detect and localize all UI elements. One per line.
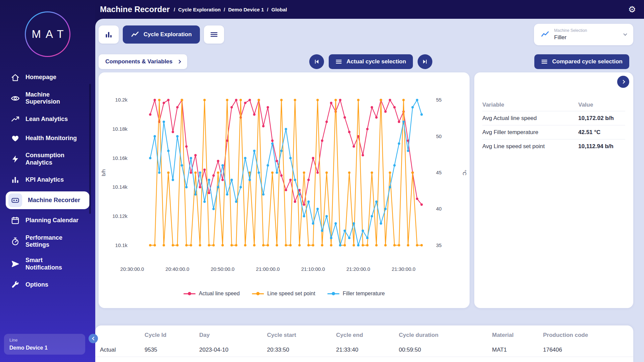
breadcrumb-item[interactable]: Demo Device 1 [228, 7, 264, 12]
next-cycle-button[interactable] [418, 54, 432, 69]
bar-chart-icon [104, 30, 113, 39]
svg-text:10.14k: 10.14k [112, 184, 128, 190]
bar-chart-icon [11, 175, 20, 184]
machine-selection-dropdown[interactable]: Machine Selection Filler [534, 24, 633, 45]
cycle-id: 9535 [145, 347, 199, 353]
bar-chart-view-button[interactable] [99, 25, 119, 44]
eye-icon [11, 94, 20, 103]
page-title: Machine Recorder [100, 5, 170, 14]
breadcrumb-item[interactable]: Global [271, 7, 287, 12]
column-header: Day [199, 332, 267, 339]
legend-item-filler-temperature[interactable]: Filler temperature [327, 291, 385, 297]
breadcrumb: / Cycle Exploration / Demo Device 1 / Gl… [174, 7, 287, 12]
sidebar-scrollbar[interactable] [89, 84, 91, 214]
svg-text:°C: °C [462, 170, 468, 176]
actual-cycle-selection-button[interactable]: Actual cycle selection [329, 54, 413, 69]
machine-selection-value: Filler [554, 34, 619, 41]
column-header: Cycle end [336, 332, 399, 339]
calendar-icon [11, 216, 20, 225]
sidebar-item-health-monitoring[interactable]: Health Monitoring [6, 130, 90, 146]
send-icon [11, 259, 20, 268]
svg-text:50: 50 [436, 133, 442, 139]
menu-view-button[interactable] [204, 25, 224, 44]
bolt-icon [11, 155, 20, 164]
svg-text:21:00:00.0: 21:00:00.0 [256, 266, 280, 272]
svg-text:10.16k: 10.16k [112, 155, 128, 161]
breadcrumb-separator: / [224, 7, 225, 12]
variables-panel: Variable Value Avg Actual line speed 10,… [474, 72, 633, 308]
heart-icon [11, 134, 20, 143]
svg-text:21:20:00.0: 21:20:00.0 [346, 266, 370, 272]
legend-item-actual-line-speed[interactable]: Actual line speed [183, 291, 240, 297]
column-header: Cycle Id [145, 332, 199, 339]
breadcrumb-separator: / [267, 7, 268, 12]
svg-text:10.1k: 10.1k [115, 242, 127, 248]
chevron-right-icon [621, 80, 625, 83]
svg-text:20:30:00.0: 20:30:00.0 [120, 266, 144, 272]
line-chart-icon [541, 30, 549, 39]
variables-table: Variable Value Avg Actual line speed 10,… [474, 99, 633, 154]
variable-value: 10,172.02 b/h [578, 115, 625, 122]
sidebar-nav: Homepage Machine Supervision Lean Analyt… [0, 68, 95, 293]
sidebar-item-consumption-analytics[interactable]: Consumption Analytics [6, 149, 90, 168]
sidebar-item-machine-recorder[interactable]: Machine Recorder [6, 191, 90, 209]
components-variables-button[interactable]: Components & Variables [99, 54, 187, 69]
svg-text:20:40:00.0: 20:40:00.0 [165, 266, 189, 272]
collapse-panel-button[interactable] [617, 76, 629, 88]
chevron-right-icon [177, 60, 181, 63]
sidebar-item-kpi-analytics[interactable]: KPI Analytics [6, 172, 90, 188]
legend-item-line-speed-set-point[interactable]: Line speed set point [252, 291, 315, 297]
sidebar-item-performance-settings[interactable]: Performance Settings [6, 232, 90, 251]
cycle-day: 2023-04-10 [199, 347, 267, 353]
chevron-left-icon [92, 337, 96, 340]
sidebar-item-smart-notifications[interactable]: Smart Notifications [6, 254, 90, 273]
cycle-material: MAT1 [492, 347, 543, 353]
legend-marker [183, 293, 196, 294]
machine-selection-label: Machine Selection [554, 28, 619, 33]
previous-cycle-button[interactable] [309, 54, 324, 69]
cycle-info-table: Cycle Id Day Cycle start Cycle end Cycle… [95, 325, 633, 362]
svg-text:21:10:00.0: 21:10:00.0 [301, 266, 325, 272]
sidebar-item-options[interactable]: Options [6, 277, 90, 293]
svg-text:20:50:00.0: 20:50:00.0 [211, 266, 234, 272]
cycle-exploration-tab[interactable]: Cycle Exploration [123, 25, 200, 44]
table-row: Avg Filler temperature 42.51 °C [482, 125, 625, 139]
main-content: Cycle Exploration Machine Selection Fill… [95, 19, 644, 362]
table-row: Avg Line speed set point 10,112.94 b/h [482, 139, 625, 154]
svg-text:21:30:00.0: 21:30:00.0 [392, 266, 416, 272]
breadcrumb-item[interactable]: Cycle Exploration [178, 7, 221, 12]
sidebar-item-lean-analytics[interactable]: Lean Analytics [6, 111, 90, 127]
sidebar-item-machine-supervision[interactable]: Machine Supervision [6, 89, 90, 108]
variable-value: 42.51 °C [578, 129, 625, 136]
svg-text:45: 45 [436, 170, 442, 175]
variable-name: Avg Actual line speed [482, 115, 578, 122]
app-logo: MAT [25, 11, 70, 57]
sidebar-item-planning-calendar[interactable]: Planning Calendar [6, 213, 90, 228]
line-selector-card[interactable]: Line Demo Device 1 [4, 334, 85, 355]
compared-cycle-selection-button[interactable]: Compared cycle selection [534, 54, 629, 69]
svg-text:40: 40 [436, 206, 442, 212]
cycle-duration: 00:59:50 [399, 347, 492, 353]
home-icon [11, 73, 20, 82]
sidebar-collapse-button[interactable] [89, 334, 98, 343]
table-row: Avg Actual line speed 10,172.02 b/h [482, 111, 625, 125]
logo-text: MAT [27, 28, 68, 41]
top-header: Machine Recorder / Cycle Exploration / D… [0, 0, 644, 19]
svg-text:10.12k: 10.12k [112, 213, 128, 219]
hamburger-icon [210, 31, 218, 39]
table-row: Actual 9535 2023-04-10 20:33:50 21:33:40… [95, 343, 633, 357]
cycle-row-name: Actual [100, 347, 145, 353]
hamburger-icon [335, 58, 342, 65]
settings-gear-icon[interactable]: ⚙ [628, 5, 636, 14]
trend-icon [11, 115, 20, 124]
skip-back-icon [313, 58, 320, 65]
cycle-end: 21:33:40 [336, 347, 399, 353]
svg-text:b/h: b/h [101, 169, 106, 176]
column-header: Cycle duration [399, 332, 492, 339]
line-label: Line [9, 338, 80, 343]
wrench-icon [11, 280, 20, 289]
gauge-icon [11, 237, 20, 246]
sidebar-item-homepage[interactable]: Homepage [6, 70, 90, 85]
line-chart-icon [131, 31, 139, 39]
legend-marker [252, 293, 264, 294]
